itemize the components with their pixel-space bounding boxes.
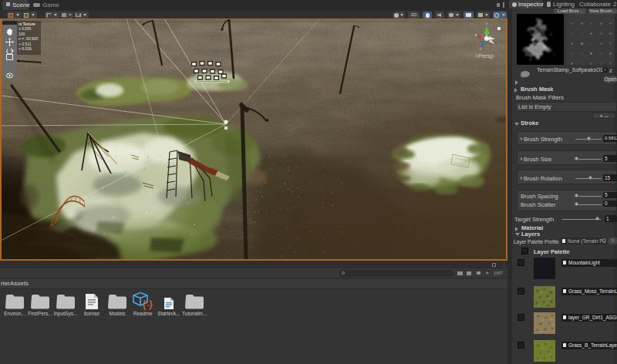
svg-text:y: y	[486, 21, 488, 25]
svg-text:x: x	[475, 32, 477, 37]
svg-text:z: z	[480, 46, 482, 51]
